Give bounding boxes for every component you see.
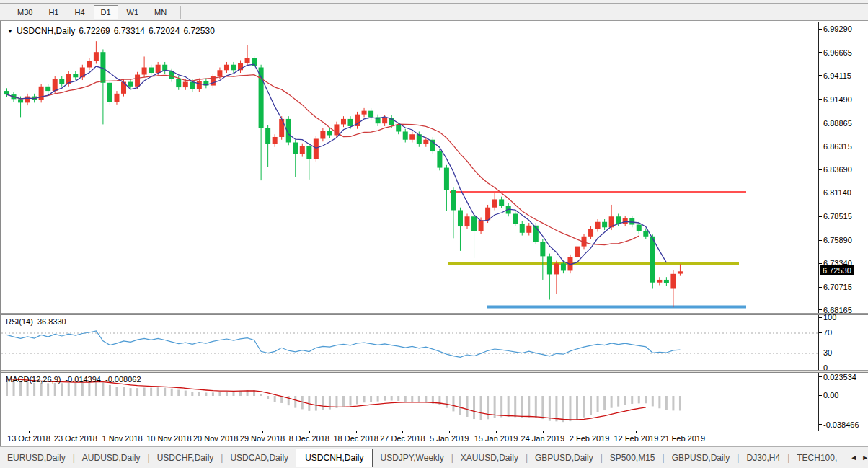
tab-sp500-m15[interactable]: SP500,M15 bbox=[603, 449, 663, 467]
price-axis-label: 6.94115 bbox=[819, 71, 851, 80]
tab-gbpusd-daily[interactable]: GBPUSD,Daily bbox=[528, 449, 601, 467]
candle-body bbox=[368, 111, 373, 118]
date-axis-label: 2 Feb 2019 bbox=[570, 434, 610, 443]
date-axis-label: 5 Jan 2019 bbox=[430, 434, 469, 443]
tab-dj30-h4[interactable]: DJ30,H4 bbox=[739, 449, 787, 467]
macd-histogram-bar bbox=[377, 396, 379, 402]
tab-scroll-left-icon[interactable]: ◄ bbox=[850, 454, 857, 462]
rsi-panel[interactable]: RSI(14) 36.8330 10070300 bbox=[1, 315, 868, 370]
candle-body bbox=[314, 138, 319, 159]
timeframe-button-m30[interactable]: M30 bbox=[10, 5, 40, 19]
macd-axis: 0.0235340.00-0.038466 bbox=[818, 373, 868, 431]
chart-symbol-label: USDCNH,Daily bbox=[17, 26, 75, 36]
macd-histogram-bar bbox=[136, 388, 138, 396]
rsi-chart[interactable] bbox=[1, 315, 818, 370]
price-chart-panel[interactable]: ▼ USDCNH,Daily 6.72269 6.73314 6.72024 6… bbox=[1, 22, 868, 313]
candle-body bbox=[664, 280, 669, 283]
timeframe-button-w1[interactable]: W1 bbox=[120, 5, 146, 19]
chart-window: ▼ USDCNH,Daily 6.72269 6.73314 6.72024 6… bbox=[0, 21, 868, 446]
macd-histogram-bar bbox=[88, 381, 90, 396]
tab-gbpusd-daily[interactable]: GBPUSD,Daily bbox=[665, 449, 738, 467]
date-axis[interactable]: 13 Oct 201823 Oct 20181 Nov 201810 Nov 2… bbox=[1, 431, 868, 446]
rsi-label-row: RSI(14) 36.8330 bbox=[6, 317, 66, 326]
timeframe-button-h1[interactable]: H1 bbox=[41, 5, 66, 19]
macd-histogram-bar bbox=[569, 396, 571, 421]
macd-histogram-bar bbox=[645, 396, 647, 403]
macd-histogram-bar bbox=[535, 396, 537, 418]
timeframe-button-h4[interactable]: H4 bbox=[67, 5, 92, 19]
tab-usdjpy-weekly[interactable]: USDJPY,Weekly bbox=[373, 449, 451, 467]
macd-histogram-bar bbox=[27, 382, 29, 396]
macd-histogram-bar bbox=[164, 388, 166, 396]
macd-histogram-bar bbox=[583, 396, 585, 418]
macd-histogram-bar bbox=[40, 383, 43, 396]
chart-collapse-icon[interactable]: ▼ bbox=[7, 28, 13, 35]
macd-histogram-bar bbox=[418, 396, 420, 402]
candle-body bbox=[575, 247, 580, 257]
macd-histogram-bar bbox=[480, 396, 482, 420]
tab-eurusd-daily[interactable]: EURUSD,Daily bbox=[0, 449, 73, 467]
candle-body bbox=[59, 79, 64, 84]
macd-panel[interactable]: MACD(12,26,9) -0.014394 -0.008062 0.0235… bbox=[1, 373, 868, 431]
macd-histogram-bar bbox=[123, 387, 125, 396]
timeframe-button-mn[interactable]: MN bbox=[147, 5, 174, 19]
tab-scroll-right-icon[interactable]: ► bbox=[862, 454, 868, 462]
macd-histogram-bar bbox=[363, 396, 366, 402]
macd-histogram-bar bbox=[665, 396, 668, 410]
candle-body bbox=[183, 82, 188, 88]
candle-body bbox=[39, 87, 44, 100]
candle-body bbox=[190, 82, 195, 89]
macd-histogram-bar bbox=[150, 388, 152, 396]
macd-histogram-bar bbox=[185, 390, 187, 396]
toolbar-separator bbox=[6, 6, 6, 19]
macd-histogram-bar bbox=[500, 396, 502, 418]
candle-body bbox=[245, 58, 250, 63]
date-axis-label: 21 Feb 2019 bbox=[660, 434, 705, 443]
candle-body bbox=[300, 146, 305, 154]
candle-body bbox=[458, 210, 463, 226]
date-tick bbox=[76, 431, 76, 433]
macd-histogram-bar bbox=[315, 396, 317, 411]
tab-usdchf-daily[interactable]: USDCHF,Daily bbox=[150, 449, 221, 467]
date-tick bbox=[169, 431, 169, 433]
date-axis-label: 29 Nov 2018 bbox=[240, 434, 285, 443]
candle-body bbox=[561, 263, 566, 270]
tab-xauusd-daily[interactable]: XAUUSD,Daily bbox=[453, 449, 526, 467]
macd-histogram-bar bbox=[157, 387, 159, 396]
macd-histogram-bar bbox=[672, 396, 674, 410]
macd-histogram-bar bbox=[198, 392, 200, 396]
chart-title: ▼ USDCNH,Daily 6.72269 6.73314 6.72024 6… bbox=[7, 26, 215, 36]
rsi-value: 36.8330 bbox=[37, 317, 66, 326]
date-tick bbox=[543, 431, 544, 433]
candle-body bbox=[650, 237, 655, 283]
macd-histogram-bar bbox=[33, 383, 35, 396]
date-axis-label: 23 Oct 2018 bbox=[54, 434, 97, 443]
macd-histogram-bar bbox=[267, 396, 269, 399]
date-axis-label: 15 Jan 2019 bbox=[474, 434, 518, 443]
macd-histogram-bar bbox=[466, 396, 469, 417]
macd-histogram-bar bbox=[487, 396, 489, 419]
macd-histogram-bar bbox=[631, 396, 633, 404]
rsi-axis-label: 70 bbox=[819, 328, 832, 337]
candle-body bbox=[595, 222, 601, 229]
price-axis-label: 6.96665 bbox=[819, 48, 852, 57]
date-tick bbox=[356, 431, 357, 433]
candle-body bbox=[94, 52, 99, 61]
candle-body bbox=[547, 256, 552, 274]
candle-body bbox=[513, 213, 518, 224]
chart-tab-bar: EURUSD,Daily|AUDUSD,Daily|USDCHF,Daily|U… bbox=[0, 446, 868, 468]
candlestick-chart[interactable] bbox=[1, 22, 818, 313]
rsi-axis-label: 100 bbox=[819, 313, 836, 322]
macd-histogram-bar bbox=[81, 382, 84, 396]
tab-usdcnh-daily[interactable]: USDCNH,Daily bbox=[296, 449, 373, 467]
candle-body bbox=[114, 94, 119, 102]
price-axis-label: 6.83690 bbox=[819, 165, 852, 174]
macd-histogram-bar bbox=[521, 396, 523, 418]
tab-audusd-daily[interactable]: AUDUSD,Daily bbox=[75, 449, 148, 467]
timeframe-button-d1[interactable]: D1 bbox=[94, 5, 118, 19]
tab-tech100-[interactable]: TECH100, bbox=[789, 449, 844, 467]
macd-histogram-bar bbox=[356, 396, 358, 404]
macd-histogram-bar bbox=[218, 392, 221, 396]
tab-usdcad-daily[interactable]: USDCAD,Daily bbox=[223, 449, 296, 467]
ma-fast-line bbox=[7, 64, 667, 265]
